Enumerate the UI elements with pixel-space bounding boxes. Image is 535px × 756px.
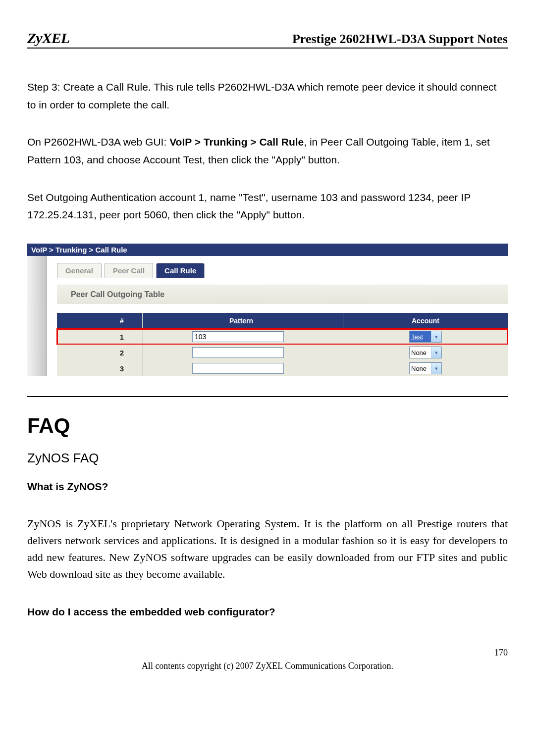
tab-bar: General Peer Call Call Rule	[57, 263, 508, 278]
paragraph-gui-path: On P2602HWL-D3A web GUI: VoIP > Trunking…	[27, 133, 508, 168]
chevron-down-icon: ▾	[431, 347, 441, 358]
col-pattern: Pattern	[143, 313, 343, 329]
brand-logo: ZyXEL	[27, 30, 69, 47]
peer-call-outgoing-table: # Pattern Account 1	[57, 313, 508, 376]
faq-heading: FAQ	[27, 414, 508, 438]
table-row: 3 None ▾	[57, 360, 508, 376]
col-account: Account	[343, 313, 508, 329]
col-index: #	[102, 313, 143, 329]
pattern-input[interactable]	[192, 331, 284, 342]
row-index: 2	[102, 345, 143, 360]
tab-call-rule[interactable]: Call Rule	[156, 263, 205, 278]
doc-title: Prestige 2602HWL-D3A Support Notes	[292, 32, 508, 47]
table-row: 2 None ▾	[57, 345, 508, 360]
faq-answer-zynos: ZyNOS is ZyXEL's proprietary Network Ope…	[27, 515, 508, 583]
gui-screenshot: VoIP > Trunking > Call Rule General Peer…	[27, 244, 508, 376]
select-value: None	[410, 363, 431, 374]
tab-general[interactable]: General	[57, 263, 102, 278]
text-bold: VoIP > Trunking > Call Rule	[169, 136, 304, 148]
select-value: None	[410, 347, 431, 358]
section-title: Peer Call Outgoing Table	[57, 285, 508, 304]
breadcrumb: VoIP > Trunking > Call Rule	[27, 244, 508, 256]
account-select[interactable]: Test ▾	[409, 331, 442, 343]
text: On P2602HWL-D3A web GUI:	[27, 136, 169, 148]
faq-subheading: ZyNOS FAQ	[27, 451, 508, 466]
account-select[interactable]: None ▾	[409, 362, 442, 374]
paragraph-step3: Step 3: Create a Call Rule. This rule te…	[27, 78, 508, 113]
faq-question-zynos: What is ZyNOS?	[27, 481, 508, 493]
pattern-input[interactable]	[192, 363, 284, 374]
tab-peer-call[interactable]: Peer Call	[105, 263, 153, 278]
copyright: All contents copyright (c) 2007 ZyXEL Co…	[27, 661, 508, 671]
chevron-down-icon: ▾	[431, 331, 441, 342]
table-row: 1 Test ▾	[57, 329, 508, 345]
account-select[interactable]: None ▾	[409, 347, 442, 358]
page-header: ZyXEL Prestige 2602HWL-D3A Support Notes	[27, 30, 508, 49]
paragraph-auth: Set Outgoing Authentication account 1, n…	[27, 189, 508, 224]
faq-question-webconfig: How do I access the embedded web configu…	[27, 606, 508, 618]
side-shade	[27, 256, 47, 376]
row-index: 3	[102, 360, 143, 376]
separator	[27, 396, 508, 397]
page-footer: 170 All contents copyright (c) 2007 ZyXE…	[27, 648, 508, 671]
chevron-down-icon: ▾	[431, 363, 441, 374]
table-header-row: # Pattern Account	[57, 313, 508, 329]
select-value: Test	[410, 331, 431, 342]
page-number: 170	[27, 648, 508, 658]
row-index: 1	[102, 329, 143, 345]
pattern-input[interactable]	[192, 347, 284, 358]
